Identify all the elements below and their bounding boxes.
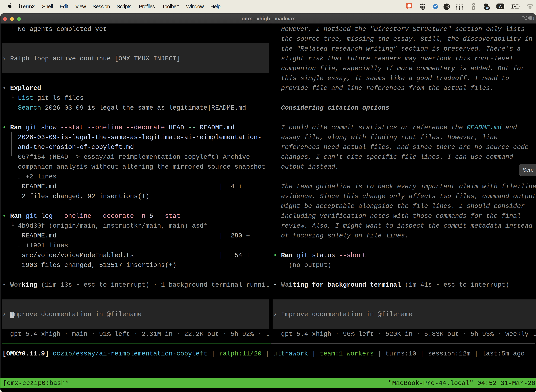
- svg-text:1: 1: [532, 16, 534, 21]
- svg-text:A: A: [499, 4, 502, 9]
- svg-text:..61: ..61: [485, 6, 490, 10]
